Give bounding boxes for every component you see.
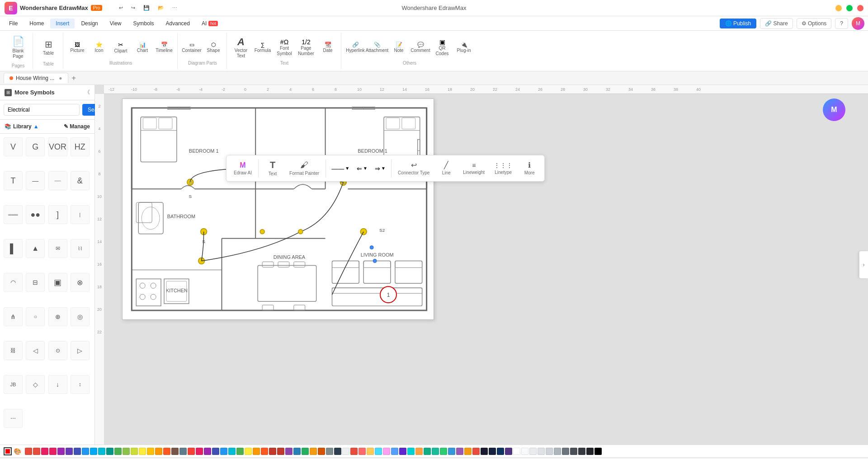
color-swatch[interactable] [489, 448, 496, 455]
color-swatch[interactable] [123, 448, 130, 455]
more-options-button[interactable]: ℹ More [518, 158, 541, 178]
color-swatch[interactable] [188, 448, 195, 455]
color-swatch[interactable] [334, 448, 341, 455]
text-button[interactable]: T Text [261, 157, 284, 179]
color-swatch[interactable] [464, 448, 472, 455]
more-button[interactable]: ⋯ [169, 4, 180, 12]
color-swatch[interactable] [98, 448, 105, 455]
symbol-item[interactable]: ▌ [4, 239, 23, 258]
color-swatch[interactable] [326, 448, 333, 455]
color-swatch[interactable] [33, 448, 40, 455]
menu-insert[interactable]: Insert [50, 19, 75, 28]
menu-ai[interactable]: AI hot [196, 19, 223, 28]
plugin-button[interactable]: 🔌 Plug-in [453, 36, 474, 59]
help-button[interactable]: ? [835, 18, 848, 29]
color-swatch[interactable] [529, 448, 537, 455]
color-swatch[interactable] [245, 448, 252, 455]
menu-home[interactable]: Home [24, 19, 49, 28]
color-swatch[interactable] [456, 448, 463, 455]
collapse-panel-button[interactable]: 《 [85, 89, 90, 96]
symbol-item[interactable]: ▲ [26, 239, 45, 258]
color-swatch[interactable] [196, 448, 203, 455]
symbol-item[interactable]: ⋯ [4, 409, 23, 428]
symbol-item[interactable]: V [4, 137, 23, 156]
blank-page-button[interactable]: 📄 BlankPage [6, 33, 30, 61]
symbol-item[interactable]: ●● [26, 205, 45, 224]
color-swatch[interactable] [163, 448, 170, 455]
color-swatch[interactable] [342, 448, 349, 455]
color-swatch[interactable] [391, 448, 398, 455]
color-swatch[interactable] [513, 448, 520, 455]
color-swatch[interactable] [25, 448, 32, 455]
color-swatch[interactable] [41, 448, 48, 455]
color-swatch[interactable] [586, 448, 594, 455]
diagram-canvas[interactable]: BEDROOM 1 BEDROOM 1 BATHROOM [122, 98, 434, 320]
symbol-item[interactable]: ⊗ [71, 273, 90, 292]
color-swatch[interactable] [546, 448, 553, 455]
color-swatch[interactable] [74, 448, 81, 455]
symbol-item[interactable]: ▣ [48, 273, 67, 292]
color-swatch[interactable] [49, 448, 57, 455]
color-swatch[interactable] [448, 448, 455, 455]
color-swatch[interactable] [106, 448, 113, 455]
right-panel-collapse[interactable]: › [859, 251, 868, 278]
qr-codes-button[interactable]: ▣ QRCodes [432, 36, 453, 59]
color-swatch[interactable] [350, 448, 358, 455]
color-swatch[interactable] [90, 448, 97, 455]
color-swatch[interactable] [505, 448, 512, 455]
color-swatch[interactable] [114, 448, 122, 455]
symbol-item[interactable]: ◇ [26, 375, 45, 394]
line-selector[interactable]: —— ▼ [329, 163, 352, 174]
date-button[interactable]: 📆 Date [317, 36, 338, 59]
color-swatch[interactable] [481, 448, 488, 455]
icon-button[interactable]: ⭐ Icon [89, 36, 109, 59]
symbol-item[interactable]: ↓ [48, 375, 67, 394]
color-swatch[interactable] [562, 448, 569, 455]
color-picker-button[interactable] [4, 447, 12, 455]
symbol-item[interactable]: & [71, 171, 90, 190]
minimize-button[interactable]: − [835, 5, 842, 11]
color-swatch[interactable] [277, 448, 284, 455]
color-swatch[interactable] [570, 448, 577, 455]
symbol-item[interactable]: ◠ [4, 273, 23, 292]
color-swatch[interactable] [367, 448, 374, 455]
color-swatch[interactable] [212, 448, 219, 455]
color-swatch[interactable] [399, 448, 406, 455]
symbol-item[interactable]: HZ [71, 137, 90, 156]
color-swatch[interactable] [269, 448, 276, 455]
color-swatch[interactable] [131, 448, 138, 455]
color-swatch[interactable] [538, 448, 545, 455]
symbol-item[interactable]: ⊟ [26, 273, 45, 292]
canvas-area[interactable]: -12 -10 -8 -6 -4 -2 0 2 4 6 8 10 12 14 1… [95, 85, 868, 445]
linetype-button[interactable]: ⋮⋮⋮ Linetype [490, 159, 516, 178]
color-swatch[interactable] [82, 448, 89, 455]
menu-view[interactable]: View [104, 19, 127, 28]
end-arrow-dropdown[interactable]: ⇒ ▼ [372, 163, 388, 174]
color-swatch[interactable] [432, 448, 439, 455]
color-swatch[interactable] [318, 448, 325, 455]
color-swatch[interactable] [407, 448, 415, 455]
font-symbol-button[interactable]: #Ω FontSymbol [274, 36, 295, 59]
color-swatch[interactable] [66, 448, 73, 455]
avatar[interactable]: M [852, 17, 864, 30]
color-swatch[interactable] [521, 448, 528, 455]
shape-button[interactable]: ⬡ Shape [203, 36, 224, 59]
undo-button[interactable]: ↩ [116, 4, 126, 12]
symbol-item[interactable]: ⊕ [48, 307, 67, 326]
color-swatch[interactable] [375, 448, 382, 455]
symbol-item[interactable]: ▷ [71, 341, 90, 360]
edraw-ai-button[interactable]: M Edraw AI [230, 159, 255, 178]
color-swatch[interactable] [171, 448, 179, 455]
lineweight-button[interactable]: ≡ Lineweight [459, 159, 488, 178]
save-button[interactable]: 💾 [140, 4, 153, 12]
symbol-item[interactable]: ═══ [4, 205, 23, 224]
publish-button[interactable]: 🌐 Publish [720, 19, 757, 28]
picture-button[interactable]: 🖼 Picture [67, 36, 88, 59]
symbol-item[interactable]: T [4, 171, 23, 190]
color-swatch[interactable] [155, 448, 162, 455]
symbol-item[interactable]: ⌇⌇ [71, 239, 90, 258]
color-swatch[interactable] [497, 448, 504, 455]
connector-type-button[interactable]: ↩ Connector Type [394, 158, 433, 178]
color-swatch[interactable] [578, 448, 585, 455]
menu-file[interactable]: File [4, 19, 23, 28]
